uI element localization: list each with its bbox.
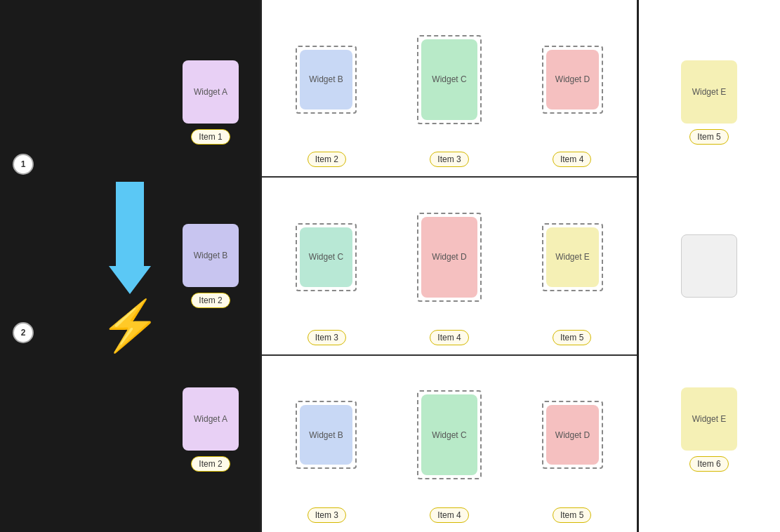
right-widget-e-row1: Widget E: [681, 60, 737, 124]
row1-item3: Item 3: [430, 152, 468, 167]
row3-widget-d: Widget D: [546, 405, 599, 465]
row3-widget-b-container: Widget B: [296, 401, 357, 469]
right-widget-empty-row2: [681, 234, 737, 298]
row2-item5: Item 5: [553, 330, 591, 345]
row3-widget-c-label: Widget C: [432, 430, 466, 440]
right-row3: Widget E Item 6: [639, 347, 779, 511]
panel-row-2: Widget C Widget D Wi: [262, 178, 637, 355]
row2-left-widget: Widget B Item 2: [183, 224, 239, 308]
arrow-head: [109, 266, 151, 294]
item2-label: Item 2: [191, 293, 230, 308]
row2-widget-c: Widget C: [300, 227, 352, 287]
far-right-column: Widget E Item 5 Widget E Item 6: [639, 0, 779, 532]
step2-label: 2: [21, 328, 26, 338]
row1-widget-b-container: Widget B: [296, 46, 357, 114]
row3-widgets: Widget B Widget C Wi: [265, 363, 633, 507]
row2-col3: Widget E: [542, 223, 603, 291]
widget-a-row1-label: Widget A: [194, 87, 227, 97]
widget-b-row2-label: Widget B: [194, 251, 228, 260]
row3-widget-b: Widget B: [300, 405, 352, 465]
row3-col2: Widget C: [417, 390, 482, 479]
row1-widget-d: Widget D: [546, 50, 599, 109]
right-widget-e-row1-label: Widget E: [692, 87, 727, 97]
widget-b-row2: Widget B: [183, 224, 239, 287]
row1-item2: Item 2: [308, 152, 346, 167]
row2-widget-e-container: Widget E: [542, 223, 603, 291]
row2-widget-d-container: Widget D: [417, 213, 482, 302]
row3-labels: Item 3 Item 4 Item 5: [265, 507, 633, 528]
row2-widget-c-label: Widget C: [309, 252, 343, 262]
row1-widget-c-label: Widget C: [432, 74, 466, 84]
left-items-column: Widget A Item 1 Widget B Item 2 Widget A: [183, 0, 239, 532]
blue-arrow: [109, 182, 151, 294]
row3-widget-b-label: Widget B: [309, 430, 343, 440]
row3-widget-c: Widget C: [421, 394, 477, 475]
panel-row-3: Widget B Widget C Wi: [262, 356, 637, 532]
row1-widget-c-container: Widget C: [417, 35, 482, 124]
row2-widget-d-label: Widget D: [432, 252, 466, 262]
row1-widget-d-container: Widget D: [542, 46, 603, 114]
right-item5-row1: Item 5: [689, 129, 728, 145]
row1-col3: Widget D: [542, 46, 603, 114]
row1-labels: Item 2 Item 3 Item 4: [265, 152, 633, 173]
row2-item4: Item 4: [430, 330, 468, 345]
row2-widgets: Widget C Widget D Wi: [265, 185, 633, 329]
row3-widget-d-label: Widget D: [555, 430, 590, 440]
step2-badge: 2: [13, 322, 34, 343]
step1-badge: 1: [13, 154, 34, 175]
right-item6-row3: Item 6: [689, 456, 728, 472]
row2-widget-c-container: Widget C: [296, 223, 357, 291]
row3-item3: Item 3: [308, 507, 346, 523]
row1-col1: Widget B: [296, 46, 357, 114]
arrow-shaft: [116, 182, 144, 266]
widget-a-row3-label: Widget A: [194, 414, 227, 424]
full-layout: 1 2 ⚡ Widget A: [0, 0, 780, 532]
row2-widget-e-label: Widget E: [555, 252, 590, 262]
row1-col2: Widget C: [417, 35, 482, 124]
row2-col1: Widget C: [296, 223, 357, 291]
right-row1: Widget E Item 5: [639, 21, 779, 185]
row3-widget-d-container: Widget D: [542, 401, 603, 469]
row3-left-widget: Widget A Item 2: [183, 387, 239, 472]
lightning-icon: ⚡: [100, 301, 161, 350]
row1-widget-d-label: Widget D: [555, 74, 590, 84]
item2-row3-label: Item 2: [191, 456, 230, 472]
white-center-panel: Widget B Widget C Wi: [260, 0, 639, 532]
row3-col3: Widget D: [542, 401, 603, 469]
right-row2: [639, 185, 779, 348]
right-widget-e-row3: Widget E: [681, 387, 737, 451]
row3-widget-c-container: Widget C: [417, 390, 482, 479]
row2-widget-e: Widget E: [546, 227, 599, 287]
widget-a-row1: Widget A: [183, 60, 239, 124]
black-left-panel: 1 2 ⚡ Widget A: [0, 0, 260, 532]
row1-widget-b-label: Widget B: [309, 74, 343, 84]
row2-col2: Widget D: [417, 213, 482, 302]
row1-widget-c: Widget C: [421, 39, 477, 120]
row3-item4: Item 4: [430, 507, 468, 523]
row3-col1: Widget B: [296, 401, 357, 469]
row1-left-widget: Widget A Item 1: [183, 60, 239, 145]
center-symbols: ⚡: [100, 182, 161, 350]
row1-widgets: Widget B Widget C Wi: [265, 7, 633, 152]
step1-label: 1: [21, 159, 26, 169]
row3-item5: Item 5: [553, 507, 591, 523]
panel-row-1: Widget B Widget C Wi: [262, 0, 637, 178]
row2-widget-d: Widget D: [421, 217, 477, 298]
widget-a-row3: Widget A: [183, 387, 239, 451]
right-widget-e-row3-label: Widget E: [692, 414, 727, 424]
item1-label: Item 1: [191, 129, 230, 145]
row2-labels: Item 3 Item 4 Item 5: [265, 330, 633, 351]
row2-item3: Item 3: [308, 330, 346, 345]
row1-item4: Item 4: [553, 152, 591, 167]
row1-widget-b: Widget B: [300, 50, 352, 109]
